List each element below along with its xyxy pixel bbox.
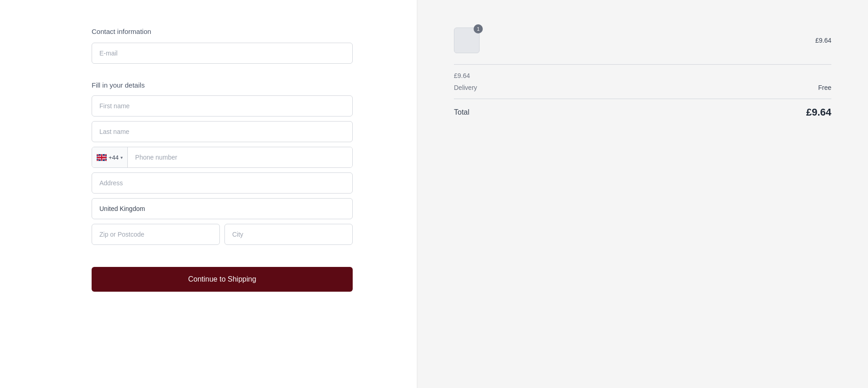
product-thumbnail: 1	[454, 28, 480, 53]
quantity-badge: 1	[474, 24, 483, 33]
phone-row: +44 ▾	[92, 147, 353, 168]
details-section-title: Fill in your details	[92, 81, 353, 89]
total-value: £9.64	[806, 106, 831, 118]
zip-input[interactable]	[92, 224, 220, 245]
subtotal-value: £9.64	[454, 72, 470, 79]
uk-flag-icon	[97, 154, 107, 161]
divider-2	[454, 99, 831, 99]
total-row: Total £9.64	[454, 106, 831, 118]
total-label: Total	[454, 108, 469, 116]
country-group	[92, 198, 353, 219]
address-input[interactable]	[92, 172, 353, 194]
continue-to-shipping-button[interactable]: Continue to Shipping	[92, 267, 353, 292]
address-group	[92, 172, 353, 194]
first-name-group	[92, 95, 353, 116]
right-panel: 1 £9.64 £9.64 Delivery Free Total £9.64	[417, 0, 868, 388]
details-section: Fill in your details +44 ▾	[92, 81, 353, 249]
first-name-input[interactable]	[92, 95, 353, 116]
delivery-label: Delivery	[454, 84, 477, 91]
contact-section-title: Contact information	[92, 28, 353, 35]
phone-prefix-label: +44	[109, 154, 119, 161]
contact-section: Contact information	[92, 28, 353, 68]
delivery-row: Delivery Free	[454, 84, 831, 91]
delivery-value: Free	[818, 84, 831, 91]
product-price: £9.64	[815, 37, 831, 44]
chevron-down-icon: ▾	[120, 155, 123, 160]
city-input[interactable]	[224, 224, 353, 245]
email-input[interactable]	[92, 43, 353, 64]
last-name-input[interactable]	[92, 121, 353, 142]
subtotal-row: £9.64	[454, 72, 831, 79]
email-group	[92, 43, 353, 64]
country-input[interactable]	[92, 198, 353, 219]
left-panel: Contact information Fill in your details	[0, 0, 417, 388]
divider-1	[454, 64, 831, 65]
phone-prefix-selector[interactable]: +44 ▾	[92, 147, 128, 167]
zip-city-row	[92, 224, 353, 245]
last-name-group	[92, 121, 353, 142]
order-item: 1 £9.64	[454, 28, 831, 53]
phone-input[interactable]	[128, 147, 352, 167]
